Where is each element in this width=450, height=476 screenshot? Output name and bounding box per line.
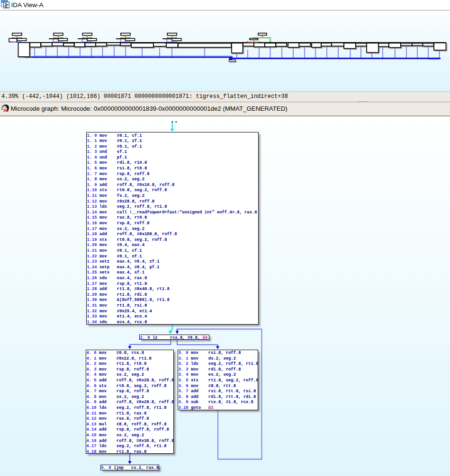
- svg-text:64: 64: [3, 107, 9, 113]
